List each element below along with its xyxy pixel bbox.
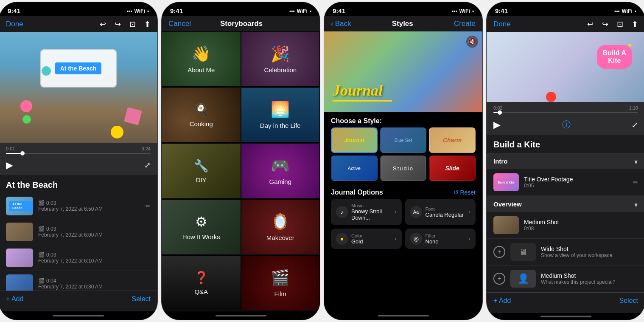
medium-shot-item-2[interactable]: + 👤 Medium Shot What makes this project … bbox=[487, 266, 644, 292]
time-end: 0:24 bbox=[142, 146, 151, 151]
sb-cell-film[interactable]: 🎬 Film bbox=[241, 255, 320, 311]
play-button[interactable]: ▶ bbox=[6, 160, 13, 171]
medium-shot-thumb-bg-1 bbox=[493, 216, 519, 234]
undo-icon[interactable]: ↩ bbox=[100, 20, 106, 29]
color-option[interactable]: ● Color Gold › bbox=[331, 229, 402, 249]
style-thumb-studio[interactable]: Studio bbox=[380, 155, 427, 181]
title-card-overlay: At the Beach bbox=[40, 49, 117, 88]
play-button-4[interactable]: ▶ bbox=[493, 119, 501, 130]
sb-cell-gaming[interactable]: 🎮 Gaming bbox=[241, 144, 320, 199]
options-header: Journal Options ↺ Reset bbox=[324, 184, 482, 199]
expand-button[interactable]: ⤢ bbox=[144, 161, 151, 170]
add-wide-shot-icon[interactable]: + bbox=[493, 246, 505, 258]
progress-track-4[interactable] bbox=[493, 112, 638, 113]
style-thumb-slide[interactable]: Slide bbox=[429, 155, 476, 181]
edit-icon-1[interactable]: ✏ bbox=[146, 203, 151, 209]
sb-cell-about-me[interactable]: 👋 About Me bbox=[162, 31, 241, 87]
title-footage-edit-icon[interactable]: ✏ bbox=[633, 179, 638, 186]
sb-cell-howitworks[interactable]: ⚙ How It Works bbox=[162, 199, 241, 254]
status-bar-2: 9:41 ▪▪▪ WiFi ▪ bbox=[162, 2, 320, 16]
redo-icon-4[interactable]: ↪ bbox=[602, 20, 608, 29]
wide-shot-sub: Show a view of your workspace. bbox=[541, 252, 638, 258]
clip-thumb-3 bbox=[6, 249, 33, 267]
redo-icon[interactable]: ↪ bbox=[115, 20, 121, 29]
sb-cell-dayinlife[interactable]: 🌅 Day in the Life bbox=[241, 88, 320, 143]
gaming-label: Gaming bbox=[269, 178, 291, 185]
choose-style-label: Choose a Style: bbox=[331, 117, 382, 124]
cooking-label: Cooking bbox=[190, 120, 213, 127]
qa-label: Q&A bbox=[194, 288, 208, 295]
music-chevron-icon: › bbox=[395, 209, 397, 215]
video-icon-3: 🎬 bbox=[38, 252, 45, 258]
title-over-footage-item[interactable]: Build A Kite Title Over Footage 0:05 ✏ bbox=[487, 169, 644, 196]
done-button-1[interactable]: Done bbox=[6, 20, 23, 28]
share-icon[interactable]: ⬆ bbox=[144, 20, 151, 29]
select-button-4[interactable]: Select bbox=[619, 297, 638, 305]
journal-title: Journal bbox=[333, 82, 383, 99]
howitworks-label: How It Works bbox=[182, 233, 220, 240]
title-footage-duration: 0:05 bbox=[524, 183, 628, 189]
medium-shot-item-1[interactable]: Medium Shot 0:08 bbox=[487, 212, 644, 239]
charm-style-label: Charm bbox=[443, 137, 462, 144]
add-button-4[interactable]: + Add bbox=[493, 297, 511, 305]
phone-2: 9:41 ▪▪▪ WiFi ▪ Cancel Storyboards 👋 Abo… bbox=[161, 2, 320, 320]
music-option[interactable]: ♪ Music Snowy Stroll Down... › bbox=[331, 199, 402, 225]
battery-icon-2: ▪ bbox=[310, 8, 311, 14]
style-thumb-journal[interactable]: Journal bbox=[331, 127, 378, 153]
choose-style-header: Choose a Style: bbox=[324, 112, 482, 127]
add-medium-shot-icon[interactable]: + bbox=[493, 273, 505, 285]
playback-controls-4: ▶ ⓘ ⤢ bbox=[487, 115, 644, 135]
filter-label: Filter bbox=[426, 233, 466, 238]
sb-cell-celebration[interactable]: 🎉 Celebration bbox=[241, 31, 320, 87]
dayinlife-label: Day in the Life bbox=[260, 122, 301, 129]
cancel-button[interactable]: Cancel bbox=[168, 20, 191, 28]
select-button-1[interactable]: Select bbox=[132, 295, 151, 303]
home-bar-2 bbox=[216, 315, 266, 316]
info-button[interactable]: ⓘ bbox=[562, 119, 571, 130]
intro-section-header[interactable]: Intro ∨ bbox=[487, 153, 644, 169]
clip-item-3[interactable]: 🎬 0:03 February 7, 2022 at 6:10 AM bbox=[0, 245, 157, 271]
filter-option[interactable]: ◎ Filter None › bbox=[405, 229, 476, 249]
title-footage-thumb: Build A Kite bbox=[493, 173, 519, 191]
makeover-label: Makeover bbox=[266, 234, 294, 241]
battery-icon: ▪ bbox=[147, 8, 149, 14]
clip-date-2: February 7, 2022 at 6:00 AM bbox=[38, 232, 151, 238]
journal-underline bbox=[333, 100, 392, 102]
font-option[interactable]: Aa Font Canela Regular › bbox=[405, 199, 476, 225]
expand-button-4[interactable]: ⤢ bbox=[632, 120, 638, 130]
sb-cell-qa[interactable]: ❓ Q&A bbox=[162, 255, 241, 311]
style-thumb-active[interactable]: Active bbox=[331, 155, 378, 181]
crop-icon[interactable]: ⊡ bbox=[129, 20, 136, 29]
add-button-1[interactable]: + Add bbox=[6, 295, 23, 303]
clip-thumb-kids-bg bbox=[6, 223, 33, 241]
style-thumb-charm[interactable]: Charm bbox=[429, 127, 476, 153]
phone-3: 9:41 ▪▪▪ WiFi ▪ ‹ Back Styles Create 🔇 J… bbox=[324, 2, 483, 320]
music-content: Music Snowy Stroll Down... bbox=[351, 203, 392, 221]
style-thumb-blueset[interactable]: Blue Set bbox=[380, 127, 427, 153]
crop-icon-4[interactable]: ⊡ bbox=[617, 20, 623, 29]
clip-item-4[interactable]: 🎬 0:04 February 7, 2022 at 6:30 AM bbox=[0, 271, 157, 291]
about-me-icon: 👋 bbox=[192, 45, 211, 63]
overview-section-header[interactable]: Overview ∨ bbox=[487, 196, 644, 212]
share-icon-4[interactable]: ⬆ bbox=[632, 20, 638, 29]
back-button[interactable]: ‹ Back bbox=[331, 20, 351, 28]
beach-title-label: At the Beach bbox=[55, 62, 102, 74]
sb-cell-diy[interactable]: 🔧 DIY bbox=[162, 144, 241, 199]
wide-shot-item[interactable]: + 🖥 Wide Shot Show a view of your worksp… bbox=[487, 239, 644, 266]
celebration-label: Celebration bbox=[264, 66, 297, 73]
create-button[interactable]: Create bbox=[454, 20, 476, 28]
sb-cell-cooking[interactable]: 🍳 Cooking bbox=[162, 88, 241, 143]
mute-icon[interactable]: 🔇 bbox=[466, 36, 478, 48]
clip-item-2[interactable]: 🎬 0:03 February 7, 2022 at 6:00 AM bbox=[0, 219, 157, 245]
sb-cell-makeover[interactable]: 🪞 Makeover bbox=[241, 199, 320, 254]
playback-controls: ▶ ⤢ bbox=[0, 155, 157, 175]
reset-button[interactable]: ↺ Reset bbox=[454, 189, 476, 196]
signal-icon-3: ▪▪▪ bbox=[452, 8, 457, 14]
signal-icon-2: ▪▪▪ bbox=[289, 8, 295, 14]
undo-icon-4[interactable]: ↩ bbox=[587, 20, 594, 29]
progress-track[interactable] bbox=[6, 153, 151, 154]
done-button-4[interactable]: Done bbox=[493, 20, 511, 28]
clip-item-1[interactable]: At the Beach 🎬 0:03 February 7, 2022 at … bbox=[0, 193, 157, 219]
bottom-bar-1: + Add Select bbox=[0, 291, 157, 311]
wifi-icon: WiFi bbox=[134, 8, 145, 14]
